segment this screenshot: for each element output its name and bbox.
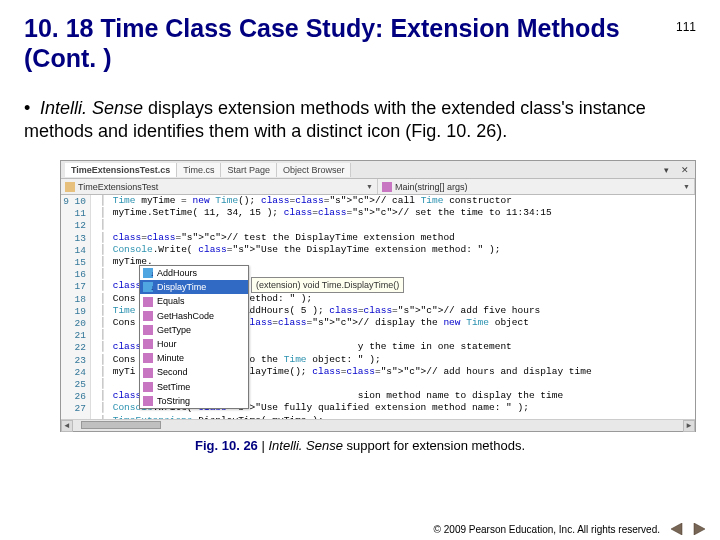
method-icon (143, 339, 153, 349)
line-number-gutter: 9 10 11 12 13 14 15 16 17 18 19 20 21 22… (61, 195, 91, 419)
close-icon[interactable]: ✕ (675, 165, 695, 175)
method-icon (143, 325, 153, 335)
svg-marker-0 (671, 523, 682, 535)
code-area: │ Time myTime = new Time(); class=class=… (91, 195, 695, 419)
editor-tab[interactable]: Start Page (221, 163, 277, 177)
figure-caption: Fig. 10. 26 | Intelli. Sense support for… (0, 438, 720, 453)
horizontal-scrollbar[interactable]: ◄ ► (61, 419, 695, 431)
copyright-text: © 2009 Pearson Education, Inc. All right… (434, 524, 660, 535)
intellisense-item[interactable]: GetType (140, 323, 248, 337)
intellisense-item[interactable]: GetHashCode (140, 309, 248, 323)
class-icon (65, 182, 75, 192)
scroll-right-icon[interactable]: ► (683, 420, 695, 432)
page-number: 111 (676, 14, 696, 34)
intellisense-item[interactable]: ToString (140, 394, 248, 408)
editor-tabbar: TimeExtensionsTest.cs Time.cs Start Page… (61, 161, 695, 179)
method-icon (143, 311, 153, 321)
bullet-lead: Intelli. Sense (40, 98, 143, 118)
intellisense-popup[interactable]: AddHoursDisplayTimeEqualsGetHashCodeGetT… (139, 265, 249, 409)
code-editor-screenshot: TimeExtensionsTest.cs Time.cs Start Page… (60, 160, 696, 432)
intellisense-tooltip: (extension) void Time.DisplayTime() (251, 277, 404, 293)
intellisense-item[interactable]: Second (140, 365, 248, 379)
method-icon (382, 182, 392, 192)
method-icon (143, 297, 153, 307)
extension-method-icon (143, 268, 153, 278)
editor-nav-dropdowns: TimeExtensionsTest ▼ Main(string[] args)… (61, 179, 695, 195)
intellisense-item[interactable]: SetTime (140, 380, 248, 394)
prev-slide-button[interactable] (668, 522, 686, 536)
extension-method-icon (143, 282, 153, 292)
intellisense-item[interactable]: Hour (140, 337, 248, 351)
scrollbar-thumb[interactable] (81, 421, 161, 429)
editor-tab[interactable]: Time.cs (177, 163, 221, 177)
next-slide-button[interactable] (690, 522, 708, 536)
method-icon (143, 368, 153, 378)
type-dropdown[interactable]: TimeExtensionsTest ▼ (61, 179, 378, 194)
bullet-text: •Intelli. Sense displays extension metho… (24, 97, 696, 142)
editor-tab[interactable]: Object Browser (277, 163, 352, 177)
editor-tab-active[interactable]: TimeExtensionsTest.cs (65, 163, 177, 177)
slide-title: 10. 18 Time Class Case Study: Extension … (24, 14, 664, 73)
scroll-left-icon[interactable]: ◄ (61, 420, 73, 432)
tab-menu-caret[interactable]: ▾ (658, 165, 675, 175)
chevron-down-icon: ▼ (366, 183, 373, 190)
intellisense-item[interactable]: DisplayTime (140, 280, 248, 294)
intellisense-item[interactable]: AddHours (140, 266, 248, 280)
intellisense-item[interactable]: Minute (140, 351, 248, 365)
figure-number: Fig. 10. 26 (195, 438, 258, 453)
method-icon (143, 353, 153, 363)
intellisense-item[interactable]: Equals (140, 294, 248, 308)
method-icon (143, 396, 153, 406)
member-dropdown[interactable]: Main(string[] args) ▼ (378, 179, 695, 194)
method-icon (143, 382, 153, 392)
svg-marker-1 (694, 523, 705, 535)
chevron-down-icon: ▼ (683, 183, 690, 190)
